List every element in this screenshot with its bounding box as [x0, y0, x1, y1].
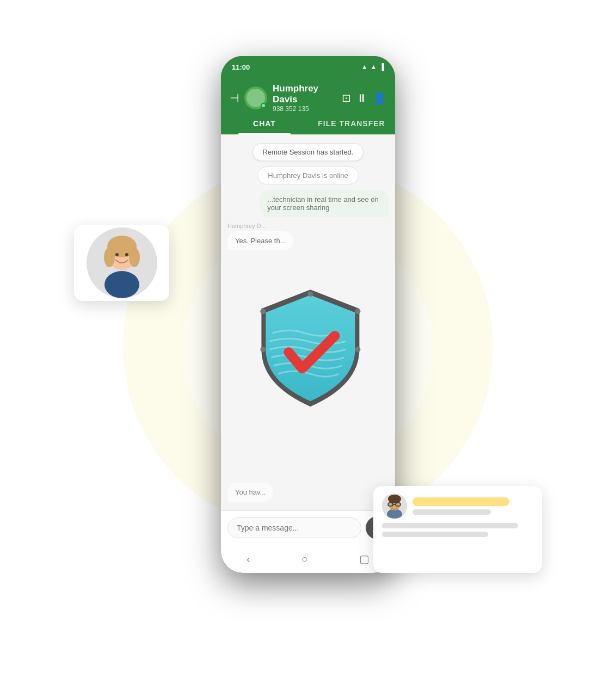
nav-home-icon[interactable]: ○ [301, 553, 308, 565]
svg-point-2 [355, 347, 360, 352]
user-key-icon[interactable]: 👤 [373, 91, 386, 104]
chat-card-bubble-1 [412, 497, 509, 506]
avatar-image [87, 227, 157, 298]
chat-card-header-row [382, 494, 533, 519]
header-right-icons: ⊡ ⏸ 👤 [342, 91, 386, 104]
chat-card-text-lines [412, 497, 533, 515]
chat-card-msg-row-2 [382, 532, 533, 537]
chat-card-messages [382, 523, 533, 565]
chat-card-msg-line-2 [382, 532, 488, 537]
chat-bubble-bottom: You hav... [227, 483, 273, 502]
back-icon[interactable]: ⊣ [230, 91, 239, 104]
status-icons: ▲ ▲ ▐ [361, 63, 384, 71]
chat-card-avatar [382, 494, 407, 519]
nav-bar: ‹ ○ ▢ [221, 545, 395, 573]
status-bar: 11:00 ▲ ▲ ▐ [221, 56, 395, 78]
chat-bubble-incoming: Yes. Please th... [227, 231, 293, 250]
svg-point-4 [260, 347, 266, 352]
svg-point-3 [260, 309, 266, 314]
contact-name: Humphrey Davis [273, 83, 342, 105]
svg-point-0 [307, 291, 313, 297]
svg-point-10 [129, 248, 140, 267]
svg-point-6 [104, 271, 139, 298]
input-bar: ➤ [221, 510, 395, 545]
signal-icon: ▲ [371, 63, 377, 71]
phone-header: ⊣ Humphrey Davis 938 352 135 ⊡ ⏸ 👤 [221, 78, 395, 113]
floating-chat-card [373, 486, 542, 573]
shield-container [250, 284, 370, 415]
nav-back-icon[interactable]: ‹ [247, 553, 250, 565]
svg-point-9 [104, 248, 115, 267]
system-message: Remote Session has started. [252, 143, 364, 161]
floating-avatar-card [74, 225, 169, 301]
chat-card-msg-line-1 [382, 523, 518, 528]
svg-point-16 [388, 495, 401, 503]
svg-point-1 [355, 309, 360, 314]
chat-card-line-1 [412, 509, 491, 515]
shield-icon [250, 284, 370, 415]
header-info: Humphrey Davis 938 352 135 [273, 83, 342, 113]
online-indicator [261, 103, 266, 108]
battery-icon: ▐ [379, 63, 384, 71]
svg-point-11 [115, 253, 119, 256]
status-time: 11:00 [232, 63, 250, 71]
scene: 11:00 ▲ ▲ ▐ ⊣ Humphrey Davis 938 352 135… [63, 40, 553, 638]
status-message: Humphrey Davis is online [257, 167, 358, 184]
tab-chat[interactable]: CHAT [221, 113, 308, 134]
message-input[interactable] [227, 517, 361, 538]
chat-avatar-image [382, 494, 407, 519]
svg-point-12 [125, 253, 128, 256]
tab-file-transfer[interactable]: FILE TRANSFER [308, 113, 395, 134]
user-avatar [87, 227, 157, 298]
wifi-icon: ▲ [361, 63, 368, 71]
contact-number: 938 352 135 [273, 105, 342, 113]
nav-recents-icon[interactable]: ▢ [359, 552, 369, 565]
chat-bubble-outgoing: ...technician in real time and see on yo… [260, 190, 389, 217]
tabs: CHAT FILE TRANSFER [221, 113, 395, 134]
avatar [244, 87, 267, 109]
chat-card-msg-row-1 [382, 523, 533, 528]
screen-share-icon[interactable]: ⊡ [342, 91, 351, 104]
pause-icon[interactable]: ⏸ [356, 92, 367, 104]
sender-name-label: Humphrey D... [227, 223, 266, 229]
